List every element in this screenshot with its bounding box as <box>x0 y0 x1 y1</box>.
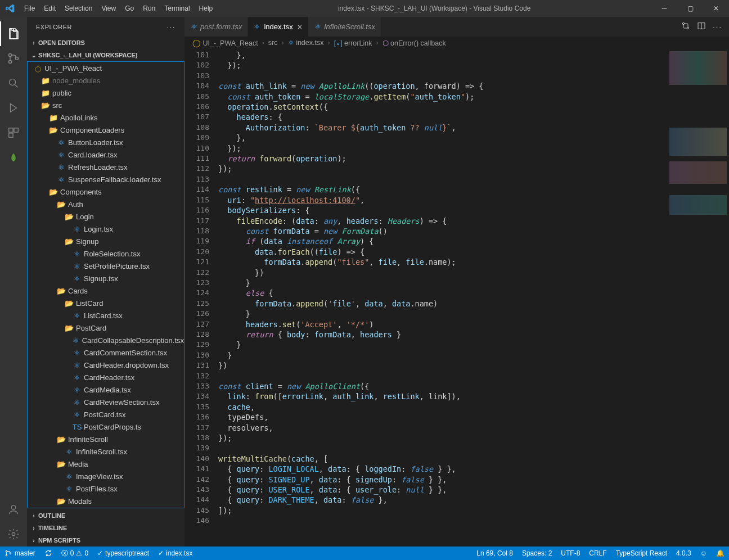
tree-item[interactable]: ⚛ButtonLoader.tsx <box>28 136 184 148</box>
npm-scripts-section[interactable]: › NPM SCRIPTS <box>27 534 184 547</box>
timeline-section[interactable]: › TIMELINE <box>27 522 184 534</box>
chevron-right-icon: › <box>29 525 38 531</box>
menu-edit[interactable]: Edit <box>39 4 60 12</box>
tree-item[interactable]: ⚛PostCard.tsx <box>28 408 184 421</box>
minimize-icon[interactable]: ─ <box>651 0 677 17</box>
breadcrumb[interactable]: ◯ UI_-_PWA_React›src›⚛ index.tsx›[∘] err… <box>184 37 729 49</box>
tree-item[interactable]: 📁public <box>28 87 184 99</box>
eol-status[interactable]: CRLF <box>584 549 611 557</box>
file-icon: ⚛ <box>56 175 67 184</box>
breadcrumb-item[interactable]: ◯ UI_-_PWA_React <box>192 39 258 47</box>
tree-item[interactable]: ⚛ImageView.tsx <box>28 470 184 482</box>
tree-item[interactable]: ◯UI_-_PWA_React <box>28 62 184 74</box>
tree-item[interactable]: 📂Cards <box>28 284 184 297</box>
compare-changes-icon[interactable] <box>681 21 690 32</box>
file-icon: 📂 <box>40 101 51 110</box>
tree-item[interactable]: ⚛ListCard.tsx <box>28 309 184 322</box>
breadcrumb-item[interactable]: [∘] errorLink <box>334 39 372 47</box>
minimap[interactable] <box>667 49 729 547</box>
file-icon: 📁 <box>48 114 59 122</box>
encoding-status[interactable]: UTF-8 <box>556 549 584 557</box>
file-tree[interactable]: ◯UI_-_PWA_React📁node_modules📁public📂src📁… <box>27 61 184 508</box>
git-branch[interactable]: master <box>0 549 40 557</box>
run-debug-icon[interactable] <box>0 96 27 120</box>
tab-index-tsx[interactable]: ⚛index.tsx× <box>248 17 308 37</box>
tree-item[interactable]: ⚛InfiniteScroll.tsx <box>28 445 184 458</box>
search-icon[interactable] <box>0 71 27 96</box>
tab-bar: ⚛post.form.tsx⚛index.tsx×⚛InfiniteScroll… <box>184 17 729 37</box>
tree-item[interactable]: ⚛CardCollapsableDescription.tsx <box>28 334 184 346</box>
tree-item[interactable]: ⚛Card.loader.tsx <box>28 148 184 161</box>
menu-run[interactable]: Run <box>138 4 160 12</box>
outline-section[interactable]: › OUTLINE <box>27 509 184 522</box>
language-mode[interactable]: TypeScript React <box>611 549 672 557</box>
react-file-icon: ⚛ <box>314 22 321 31</box>
menu-file[interactable]: File <box>20 4 39 12</box>
tree-item[interactable]: ⚛RoleSelection.tsx <box>28 247 184 260</box>
breadcrumb-item[interactable]: ⚛ index.tsx <box>288 39 324 47</box>
tree-item[interactable]: 📂Auth <box>28 198 184 210</box>
split-editor-icon[interactable] <box>697 21 706 32</box>
cursor-position[interactable]: Ln 69, Col 8 <box>472 549 518 557</box>
tab-post-form-tsx[interactable]: ⚛post.form.tsx <box>184 17 248 37</box>
menu-help[interactable]: Help <box>195 4 218 12</box>
problems-status[interactable]: ⓧ 0 ⚠ 0 <box>57 549 93 558</box>
sidebar-more-icon[interactable]: ··· <box>167 24 176 30</box>
tree-item[interactable]: ⚛CardHeader.tsx <box>28 371 184 383</box>
menu-view[interactable]: View <box>97 4 120 12</box>
tree-item[interactable]: 📂ListCard <box>28 297 184 309</box>
tree-item[interactable]: ⚛CardReviewSection.tsx <box>28 396 184 408</box>
tree-item[interactable]: 📁node_modules <box>28 74 184 87</box>
tree-item[interactable]: 📂Login <box>28 210 184 223</box>
tree-item[interactable]: 📂Signup <box>28 235 184 247</box>
tree-item[interactable]: 📂Components <box>28 186 184 198</box>
tree-item[interactable]: 📂src <box>28 99 184 111</box>
tree-item[interactable]: ⚛RefreshLoader.tsx <box>28 161 184 173</box>
tree-item[interactable]: ⚛SetProfilePicture.tsx <box>28 260 184 272</box>
tree-item[interactable]: 📂Modals <box>28 495 184 507</box>
more-actions-icon[interactable]: ··· <box>713 22 722 31</box>
breadcrumb-item[interactable]: ⬡ onError() callback <box>382 39 446 47</box>
tree-item[interactable]: 📂ComponentLoaders <box>28 124 184 136</box>
tree-item[interactable]: ⚛PostFiles.tsx <box>28 482 184 495</box>
menu-terminal[interactable]: Terminal <box>160 4 194 12</box>
tab-InfiniteScroll-tsx[interactable]: ⚛InfiniteScroll.tsx <box>308 17 381 37</box>
extensions-icon[interactable] <box>0 120 27 145</box>
tree-item[interactable]: TSPostCardProps.ts <box>28 421 184 433</box>
maximize-icon[interactable]: ▢ <box>677 0 703 17</box>
menu-selection[interactable]: Selection <box>60 4 97 12</box>
open-editors-section[interactable]: › OPEN EDITORS <box>27 37 184 49</box>
menu-go[interactable]: Go <box>120 4 138 12</box>
tree-item[interactable]: ⚛CardHeader.dropdown.tsx <box>28 359 184 371</box>
tree-item[interactable]: ⚛Login.tsx <box>28 223 184 235</box>
close-icon[interactable]: ✕ <box>703 0 729 17</box>
indent-status[interactable]: Spaces: 2 <box>518 549 556 557</box>
tree-item[interactable]: 📁ApolloLinks <box>28 111 184 124</box>
settings-icon[interactable] <box>0 522 27 547</box>
tree-item[interactable]: ⚛SuspenseFallback.loader.tsx <box>28 173 184 186</box>
account-icon[interactable] <box>0 497 27 522</box>
notifications-icon[interactable]: 🔔 <box>712 549 729 557</box>
tree-item[interactable]: 📂Media <box>28 458 184 470</box>
file-icon: ⚛ <box>71 311 83 320</box>
code-content[interactable]: }, }); const auth_link = new ApolloLink(… <box>218 49 667 547</box>
source-control-icon[interactable] <box>0 46 27 71</box>
mongodb-icon[interactable] <box>0 145 27 170</box>
ts-version[interactable]: 4.0.3 <box>672 549 696 557</box>
sync-icon[interactable] <box>40 549 57 557</box>
file-icon: ⚛ <box>71 225 83 233</box>
tree-item[interactable]: ⚛CardCommentSection.tsx <box>28 346 184 359</box>
feedback-icon[interactable]: ☺ <box>696 549 712 557</box>
breadcrumb-item[interactable]: src <box>268 39 278 47</box>
workspace-section[interactable]: ⌄ SHKSC_-_LAH_UI (WORKSPACE) <box>27 49 184 61</box>
tree-item[interactable]: ⚛CardMedia.tsx <box>28 383 184 396</box>
language-status-left[interactable]: ✓ typescriptreact <box>93 549 154 557</box>
explorer-icon[interactable] <box>0 21 27 46</box>
tree-item[interactable]: 📂PostCard <box>28 322 184 334</box>
file-icon: ⚛ <box>71 361 83 369</box>
react-file-icon: ⚛ <box>190 22 197 31</box>
tab-close-icon[interactable]: × <box>298 22 302 31</box>
tree-item[interactable]: ⚛Signup.tsx <box>28 272 184 284</box>
file-status[interactable]: ✓ index.tsx <box>154 549 197 557</box>
tree-item[interactable]: 📂InfiniteScroll <box>28 433 184 445</box>
